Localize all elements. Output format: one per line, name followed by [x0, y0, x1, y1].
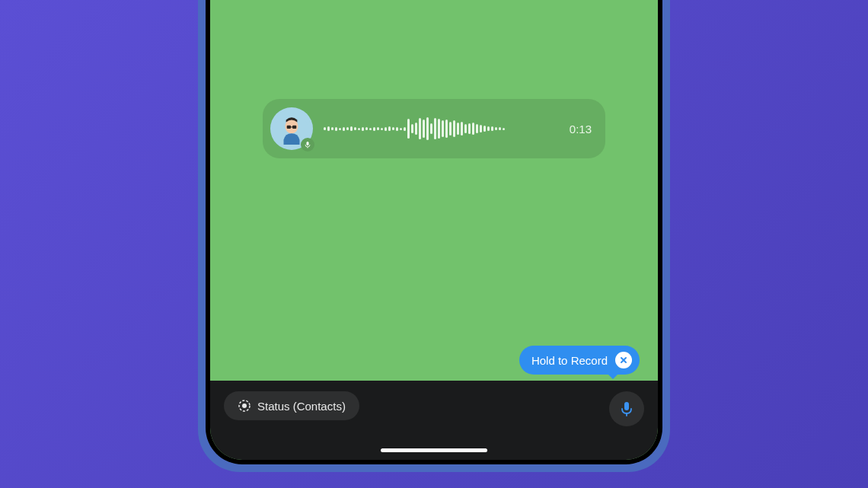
wave-bar — [423, 120, 425, 138]
wave-bar — [354, 127, 356, 130]
wave-bar — [499, 127, 501, 130]
bottom-bar: Status (Contacts) — [210, 381, 658, 460]
wave-bar — [388, 126, 391, 131]
wave-bar — [472, 123, 474, 135]
wave-bar — [419, 118, 421, 139]
tooltip-label: Hold to Record — [531, 354, 608, 367]
wave-bar — [365, 127, 368, 130]
wave-bar — [331, 127, 333, 130]
wave-bar — [464, 124, 467, 133]
wave-bar — [346, 127, 349, 130]
wave-bar — [415, 123, 417, 135]
wave-bar — [327, 126, 330, 131]
wave-bar — [343, 127, 345, 131]
wave-bar — [335, 127, 337, 131]
wave-bar — [324, 127, 326, 130]
wave-bar — [495, 127, 497, 130]
wave-bar — [400, 128, 402, 130]
status-ring-icon — [238, 399, 251, 413]
wave-bar — [407, 119, 410, 139]
wave-bar — [358, 128, 360, 130]
wave-bar — [483, 126, 486, 132]
wave-bar — [480, 125, 482, 132]
waveform[interactable] — [324, 113, 559, 144]
wave-bar — [434, 118, 436, 139]
home-indicator[interactable] — [381, 448, 487, 452]
svg-point-9 — [242, 403, 247, 408]
wave-bar — [438, 119, 440, 139]
wave-bar — [396, 127, 398, 131]
wave-bar — [339, 128, 341, 130]
wave-bar — [461, 122, 463, 136]
status-pill[interactable]: Status (Contacts) — [224, 391, 359, 420]
wave-bar — [369, 128, 372, 130]
status-label: Status (Contacts) — [257, 400, 346, 413]
wave-bar — [377, 127, 379, 130]
svg-rect-4 — [307, 142, 309, 145]
wave-bar — [445, 120, 448, 138]
wave-bar — [392, 127, 394, 130]
microphone-icon — [304, 141, 311, 148]
wave-bar — [442, 120, 444, 137]
phone-frame: 0:13 Hold to Record Status (C — [198, 0, 670, 472]
wave-bar — [426, 117, 429, 140]
wave-bar — [487, 126, 490, 131]
voice-duration: 0:13 — [570, 123, 592, 136]
wave-bar — [411, 124, 413, 133]
hold-to-record-tooltip: Hold to Record — [519, 346, 640, 375]
wave-bar — [385, 127, 387, 131]
wave-bar — [457, 123, 459, 135]
wave-bar — [381, 128, 383, 130]
record-mic-button[interactable] — [609, 391, 644, 426]
wave-bar — [362, 127, 364, 131]
wave-bar — [373, 127, 375, 131]
svg-rect-2 — [292, 126, 296, 129]
avatar-mic-badge — [301, 138, 314, 152]
close-icon — [619, 356, 628, 365]
wave-bar — [449, 122, 452, 136]
svg-rect-1 — [287, 126, 291, 129]
svg-rect-10 — [624, 402, 629, 410]
avatar[interactable] — [270, 107, 313, 150]
voice-message-bubble[interactable]: 0:13 — [263, 99, 605, 158]
wave-bar — [430, 123, 432, 134]
wave-bar — [468, 123, 471, 134]
wave-bar — [503, 128, 505, 130]
microphone-icon — [618, 400, 635, 417]
wave-bar — [476, 124, 478, 133]
chat-screen: 0:13 Hold to Record Status (C — [210, 0, 658, 460]
wave-bar — [453, 120, 455, 137]
wave-bar — [491, 126, 493, 131]
phone-bezel: 0:13 Hold to Record Status (C — [206, 0, 662, 464]
tooltip-close-button[interactable] — [615, 352, 632, 368]
wave-bar — [404, 127, 406, 131]
wave-bar — [350, 126, 353, 131]
